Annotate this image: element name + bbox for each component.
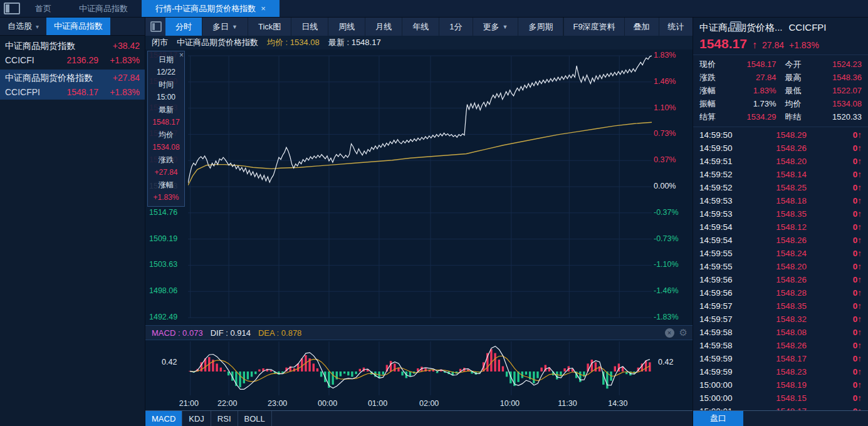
macd-scale-left: 0.42 [162, 358, 177, 366]
collapse-quote-panel-icon[interactable] [730, 21, 741, 32]
indicator-close-icon[interactable]: × [665, 328, 674, 338]
time-tick-label: 22:00 [217, 399, 237, 408]
tick-volume: 0↑ [843, 130, 862, 140]
quote-stat-row: 涨跌27.84最高1548.36 [699, 71, 862, 84]
indicator-tab-BOLL[interactable]: BOLL [238, 411, 272, 426]
macd-bar-up [494, 353, 496, 371]
macd-bar-up [490, 349, 492, 371]
period-buttons: 分时多日▼Tick图日线周线月线年线1分更多▼多周期 [165, 18, 563, 36]
y-axis-pct-label: -0.37% [654, 208, 679, 217]
toolbar-button-1分[interactable]: 1分 [439, 18, 473, 36]
tick-row[interactable]: 14:59:541548.120↑ [699, 221, 862, 234]
toolbar-button-多周期[interactable]: 多周期 [518, 18, 563, 36]
chart-area: 分时多日▼Tick图日线周线月线年线1分更多▼多周期 F9深度资料叠加统计画线 … [145, 18, 693, 426]
tick-price: 1548.35 [747, 209, 843, 219]
macd-bar-up [220, 368, 222, 371]
tick-row[interactable]: 14:59:531548.180↑ [699, 194, 862, 207]
tooltip-value: +1.83% [148, 191, 184, 204]
tab-close-icon[interactable]: × [261, 4, 266, 13]
tick-volume: 0↑ [843, 354, 862, 363]
collapse-sidebar-icon[interactable] [150, 21, 162, 32]
macd-bar-up [498, 360, 500, 371]
toolbar-button-月线[interactable]: 月线 [365, 18, 402, 36]
toolbar-button-年线[interactable]: 年线 [402, 18, 439, 36]
tick-row[interactable]: 15:00:011548.170↑ [699, 405, 862, 410]
macd-bar-up [649, 362, 651, 371]
window-tab-0[interactable]: 首页 [21, 0, 65, 17]
tick-price: 1548.35 [747, 301, 843, 311]
stat-label: 昨结 [785, 112, 812, 123]
macd-bar-down [351, 371, 353, 377]
tick-row[interactable]: 14:59:581548.260↑ [699, 339, 862, 352]
tick-row[interactable]: 14:59:591548.230↑ [699, 365, 862, 378]
time-tick-label: 02:00 [419, 399, 439, 408]
tick-time: 14:59:54 [699, 222, 747, 232]
tick-row[interactable]: 14:59:551548.240↑ [699, 247, 862, 260]
tick-price: 1548.14 [747, 170, 843, 179]
toolbar-button-label: 叠加 [634, 21, 650, 33]
tooltip-label: 时间 [148, 78, 184, 91]
toolbar-button-label: F9深度资料 [573, 21, 615, 33]
tick-trade-list[interactable]: 14:59:501548.290↑14:59:501548.260↑14:59:… [693, 127, 868, 410]
watchlist-group-dropdown[interactable]: 自选股 ▾ [0, 18, 46, 35]
toolbar-button-日线[interactable]: 日线 [291, 18, 328, 36]
watchlist-item-ccicfi[interactable]: 中证商品期货指数 +38.42 CCICFI 2136.29 +1.83% [0, 38, 145, 68]
window-tab-1[interactable]: 中证商品指数 [65, 0, 142, 17]
toolbar-button-更多[interactable]: 更多▼ [473, 18, 519, 36]
tick-time: 14:59:55 [699, 249, 747, 258]
tick-volume: 0↑ [843, 170, 862, 179]
tick-row[interactable]: 14:59:501548.260↑ [699, 142, 862, 155]
tick-row[interactable]: 14:59:541548.260↑ [699, 234, 862, 247]
toolbar-button-周线[interactable]: 周线 [328, 18, 365, 36]
app-sidebar-toggle-icon[interactable] [4, 3, 20, 14]
indicator-tab-MACD[interactable]: MACD [145, 411, 182, 426]
watchlist-item-ccicfpi[interactable]: 中证商品期货价格指数 +27.84 CCICFPI 1548.17 +1.83% [0, 70, 145, 100]
tick-row[interactable]: 14:59:571548.320↑ [699, 313, 862, 326]
tick-row[interactable]: 14:59:561548.280↑ [699, 286, 862, 299]
indicator-settings-gear-icon[interactable]: ⚙ [679, 327, 688, 338]
tick-row[interactable]: 14:59:531548.350↑ [699, 207, 862, 221]
toolbar-button-叠加[interactable]: 叠加 [624, 18, 659, 36]
time-tick-label: 23:00 [268, 399, 287, 408]
tick-volume: 0↑ [843, 314, 862, 324]
macd-bar-down [506, 371, 508, 377]
toolbar-button-统计[interactable]: 统计 [659, 18, 693, 36]
tick-price: 1548.29 [747, 130, 843, 140]
macd-bar-down [401, 371, 403, 375]
tick-row[interactable]: 14:59:501548.290↑ [699, 128, 862, 142]
toolbar-button-label: 日线 [301, 21, 318, 33]
tick-row[interactable]: 14:59:511548.200↑ [699, 155, 862, 168]
tab-order-book[interactable]: 盘口 [693, 411, 743, 426]
window-tab-2[interactable]: 行情-中证商品期货价格指数× [142, 0, 280, 17]
tooltip-close-icon[interactable]: × [179, 51, 184, 59]
tick-row[interactable]: 14:59:521548.140↑ [699, 168, 862, 181]
tick-row[interactable]: 15:00:001548.150↑ [699, 392, 862, 405]
y-axis-pct-label: -1.46% [654, 286, 679, 295]
crosshair-tooltip: × 日期12/22时间15:00最新1548.17均价1534.08涨跌+27.… [147, 51, 185, 207]
tick-row[interactable]: 14:59:591548.170↑ [699, 352, 862, 365]
tick-row[interactable]: 15:00:001548.190↑ [699, 378, 862, 392]
intraday-chart[interactable]: × 日期12/22时间15:00最新1548.17均价1534.08涨跌+27.… [145, 49, 693, 325]
indicator-tab-KDJ[interactable]: KDJ [182, 411, 211, 426]
tick-volume: 0↑ [843, 380, 862, 390]
macd-chart[interactable]: 0.42 0.42 [145, 340, 693, 398]
indicator-tab-RSI[interactable]: RSI [211, 411, 238, 426]
tick-row[interactable]: 14:59:561548.260↑ [699, 273, 862, 286]
tooltip-label: 涨跌 [148, 153, 184, 166]
macd-bar-down [355, 371, 357, 374]
tick-row[interactable]: 14:59:551548.200↑ [699, 260, 862, 273]
macd-bar-down [239, 371, 241, 387]
toolbar-button-多日[interactable]: 多日▼ [202, 18, 248, 36]
chevron-down-icon: ▾ [36, 23, 39, 30]
tick-volume: 0↑ [843, 143, 862, 153]
watchlist-tab-active[interactable]: 中证商品指数 [46, 18, 110, 35]
tick-row[interactable]: 14:59:521548.250↑ [699, 181, 862, 194]
stat-label: 今开 [785, 59, 812, 70]
toolbar-button-F9深度资料[interactable]: F9深度资料 [563, 18, 624, 36]
toolbar-button-分时[interactable]: 分时 [165, 18, 202, 36]
quote-stat-row: 涨幅1.83%最低1522.07 [699, 84, 862, 97]
toolbar-button-Tick图[interactable]: Tick图 [248, 18, 291, 36]
tick-row[interactable]: 14:59:571548.350↑ [699, 299, 862, 313]
tick-row[interactable]: 14:59:581548.080↑ [699, 326, 862, 339]
quote-stat-row: 结算1534.29昨结1520.33 [699, 110, 862, 123]
